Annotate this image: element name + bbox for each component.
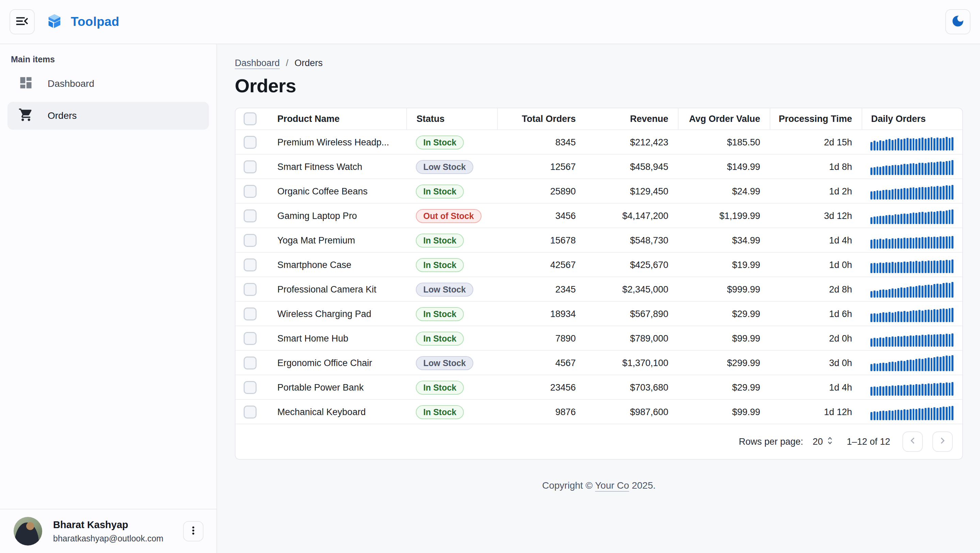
pagination-bar: Rows per page: 20 1–12 of 12 [235,424,962,459]
status-cell: In Stock [406,375,497,400]
spark-bar [907,287,908,298]
select-all-checkbox[interactable] [243,112,256,125]
spark-bar [897,189,899,199]
row-checkbox[interactable] [243,381,256,394]
daily-orders-cell [862,351,962,375]
spark-bar [882,216,885,224]
spark-bar [921,384,924,396]
daily-orders-sparkline [870,330,953,347]
column-header-product-name[interactable]: Product Name [268,108,406,129]
daily-orders-sparkline [870,183,953,199]
spark-bar [885,337,888,347]
row-checkbox[interactable] [243,283,256,296]
spark-bar [910,360,912,371]
spark-bar [915,213,917,224]
spark-bar [894,263,897,273]
status-cell: In Stock [406,253,497,277]
row-checkbox[interactable] [243,357,256,370]
spark-bar [891,362,894,371]
column-header-processing-time[interactable]: Processing Time [770,108,862,129]
product-name-cell: Wireless Charging Pad [268,302,406,326]
column-header-status[interactable]: Status [406,108,497,129]
row-checkbox[interactable] [243,406,256,419]
spark-bar [904,361,905,371]
spark-bar [940,260,942,273]
column-header-daily-orders[interactable]: Daily Orders [862,108,962,129]
collapse-sidebar-button[interactable] [10,9,35,34]
theme-toggle-button[interactable] [945,9,970,34]
rows-per-page-select[interactable]: 20 [813,435,834,449]
spark-bar [900,214,902,224]
spark-bar [918,335,920,347]
next-page-button[interactable] [932,432,953,452]
spark-bar [940,383,942,396]
spark-bar [879,167,881,175]
user-menu-button[interactable] [183,521,204,542]
spark-bar [910,238,912,249]
spark-bar [933,186,935,199]
spark-bar [949,138,951,150]
spark-bar [951,260,953,273]
table-row: Smart Fitness WatchLow Stock12567$458,94… [235,154,962,178]
daily-orders-cell [862,130,962,155]
sidebar-item-orders[interactable]: Orders [8,102,209,130]
previous-page-button[interactable] [902,432,923,452]
product-name-cell: Smartphone Case [268,253,406,277]
spark-bar [873,191,875,199]
more-vert-icon [187,524,199,538]
spark-bar [897,138,899,150]
row-checkbox[interactable] [243,185,256,198]
daily-orders-sparkline [870,306,953,322]
spark-bar [885,190,888,199]
spark-bar [885,166,888,175]
spark-bar [915,164,917,175]
avatar[interactable] [14,517,42,545]
spark-bar [891,336,894,347]
status-cell: In Stock [406,179,497,204]
spark-bar [900,139,902,150]
row-checkbox[interactable] [243,234,256,247]
revenue-cell: $2,345,000 [585,277,678,302]
row-checkbox-cell [235,258,268,271]
total-orders-cell: 9876 [497,400,585,424]
table-row: Smartphone CaseIn Stock42567$425,670$19.… [235,252,962,276]
spark-bar [918,238,920,249]
spark-bar [907,262,908,273]
row-checkbox[interactable] [243,308,256,320]
spark-bar [873,263,875,273]
brand[interactable]: Toolpad [46,12,119,31]
spark-bar [882,411,885,420]
column-header-avg-order-value[interactable]: Avg Order Value [678,108,770,129]
spark-bar [924,163,927,175]
spark-bar [885,312,888,322]
spark-bar [870,338,872,347]
sidebar-item-dashboard[interactable]: Dashboard [8,70,209,98]
daily-orders-cell [862,155,962,179]
spark-bar [951,160,953,175]
spark-bar [915,286,917,298]
spark-bar [940,161,942,175]
row-checkbox[interactable] [243,332,256,345]
row-checkbox[interactable] [243,258,256,271]
pagination-range: 1–12 of 12 [846,437,890,447]
column-header-revenue[interactable]: Revenue [585,108,678,129]
row-checkbox[interactable] [243,160,256,173]
column-header-total-orders[interactable]: Total Orders [497,108,585,129]
spark-bar [937,408,939,420]
spark-bar [870,291,872,298]
sidebar-item-label: Orders [48,110,77,121]
spark-bar [943,237,945,249]
revenue-cell: $212,423 [585,130,678,155]
spark-bar [940,236,942,249]
table-header-row: Product Name Status Total Orders Revenue… [235,108,962,129]
spark-bar [910,335,912,347]
status-badge: Low Stock [416,160,473,174]
spark-bar [913,238,915,249]
sidebar-nav: DashboardOrders [0,70,216,130]
row-checkbox[interactable] [243,136,256,149]
spark-bar [946,309,948,322]
company-link[interactable]: Your Co [595,480,629,491]
breadcrumb-link-dashboard[interactable]: Dashboard [235,58,280,69]
row-checkbox[interactable] [243,209,256,222]
daily-orders-cell [862,228,962,253]
